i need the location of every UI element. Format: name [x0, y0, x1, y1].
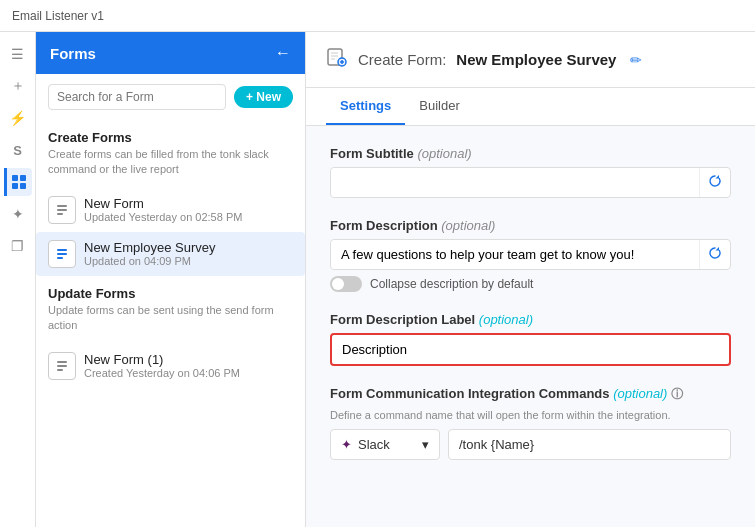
toggle-knob — [332, 278, 344, 290]
update-forms-desc: Update forms can be sent using the send … — [48, 303, 293, 334]
content-title-main: New Employee Survey — [456, 51, 616, 68]
sidebar-title: Forms — [50, 45, 96, 62]
form-description-optional: (optional) — [441, 218, 495, 233]
collapse-toggle[interactable] — [330, 276, 362, 292]
form-item-info-survey: New Employee Survey Updated on 04:09 PM — [84, 240, 293, 267]
tabs-bar: Settings Builder — [306, 88, 755, 126]
create-forms-desc: Create forms can be filled from the tonk… — [48, 147, 293, 178]
sidebar-item-lightning[interactable]: ⚡ — [4, 104, 32, 132]
form-description-field-input[interactable] — [330, 333, 731, 366]
svg-rect-1 — [20, 175, 26, 181]
edit-title-icon[interactable]: ✏ — [630, 52, 642, 68]
form-item-employee-survey[interactable]: New Employee Survey Updated on 04:09 PM — [36, 232, 305, 276]
form-comm-group: Form Communication Integration Commands … — [330, 386, 731, 460]
svg-rect-12 — [57, 369, 63, 371]
sidebar-back-button[interactable]: ← — [275, 44, 291, 62]
subtitle-refresh-icon[interactable] — [699, 168, 730, 197]
form-comm-optional: (optional) — [613, 386, 667, 401]
tab-settings[interactable]: Settings — [326, 88, 405, 125]
form-body: Form Subtitle (optional) Form Descriptio… — [306, 126, 755, 500]
app-title: Email Listener v1 — [12, 9, 104, 23]
form-description-field-group: Form Description Label (optional) — [330, 312, 731, 366]
sidebar-header-actions: ← — [275, 44, 291, 62]
form-item-updated-survey: Updated on 04:09 PM — [84, 255, 293, 267]
create-forms-title: Create Forms — [48, 130, 293, 145]
main-area: ☰ ＋ ⚡ S ✦ ❐ Forms ← + New — [0, 32, 755, 527]
svg-rect-5 — [57, 209, 67, 211]
svg-rect-10 — [57, 361, 67, 363]
form-comm-label: Form Communication Integration Commands … — [330, 386, 731, 403]
form-subtitle-input-wrapper — [330, 167, 731, 198]
form-item-name-update: New Form (1) — [84, 352, 293, 367]
svg-rect-8 — [57, 253, 67, 255]
form-description-label: Form Description (optional) — [330, 218, 731, 233]
app-container: Email Listener v1 ☰ ＋ ⚡ S ✦ ❐ Forms ← — [0, 0, 755, 527]
slack-dropdown-icon: ▾ — [422, 437, 429, 452]
svg-rect-7 — [57, 249, 67, 251]
form-subtitle-optional: (optional) — [417, 146, 471, 161]
form-description-group: Form Description (optional) Collapse — [330, 218, 731, 292]
form-item-info: New Form Updated Yesterday on 02:58 PM — [84, 196, 293, 223]
top-bar: Email Listener v1 — [0, 0, 755, 32]
form-icon-survey — [48, 240, 76, 268]
form-item-info-update: New Form (1) Created Yesterday on 04:06 … — [84, 352, 293, 379]
info-icon[interactable]: ⓘ — [671, 387, 683, 401]
sidebar-header: Forms ← — [36, 32, 305, 74]
svg-rect-4 — [57, 205, 67, 207]
content-title-prefix: Create Form: — [358, 51, 446, 68]
sidebar-search-row: + New — [36, 74, 305, 120]
form-item-name: New Form — [84, 196, 293, 211]
sidebar-item-copy[interactable]: ❐ — [4, 232, 32, 260]
description-refresh-icon[interactable] — [699, 240, 730, 269]
form-item-new-form-1[interactable]: New Form (1) Created Yesterday on 04:06 … — [36, 344, 305, 388]
form-description-input-wrapper — [330, 239, 731, 270]
form-item-name-survey: New Employee Survey — [84, 240, 293, 255]
form-comm-desc: Define a command name that will open the… — [330, 409, 731, 421]
update-forms-section: Update Forms Update forms can be sent us… — [36, 276, 305, 344]
sidebar-item-s[interactable]: S — [4, 136, 32, 164]
update-forms-title: Update Forms — [48, 286, 293, 301]
form-description-field-label: Form Description Label (optional) — [330, 312, 731, 327]
form-description-field-optional: (optional) — [479, 312, 533, 327]
form-item-created-update: Created Yesterday on 04:06 PM — [84, 367, 293, 379]
sidebar-item-add[interactable]: ＋ — [4, 72, 32, 100]
form-item-new-form[interactable]: New Form Updated Yesterday on 02:58 PM — [36, 188, 305, 232]
svg-rect-6 — [57, 213, 63, 215]
collapse-toggle-row: Collapse description by default — [330, 276, 731, 292]
sidebar: Forms ← + New Create Forms Create forms … — [36, 32, 306, 527]
svg-rect-11 — [57, 365, 67, 367]
sidebar-item-forms[interactable] — [4, 168, 32, 196]
tab-builder[interactable]: Builder — [405, 88, 473, 125]
form-subtitle-group: Form Subtitle (optional) — [330, 146, 731, 198]
slack-command-input[interactable] — [448, 429, 731, 460]
new-button[interactable]: + New — [234, 86, 293, 108]
create-forms-section: Create Forms Create forms can be filled … — [36, 120, 305, 188]
integration-row: ✦ Slack ▾ — [330, 429, 731, 460]
svg-rect-9 — [57, 257, 63, 259]
svg-rect-3 — [20, 183, 26, 189]
form-icon — [48, 196, 76, 224]
form-subtitle-input[interactable] — [331, 168, 699, 197]
sidebar-item-menu[interactable]: ☰ — [4, 40, 32, 68]
form-subtitle-label: Form Subtitle (optional) — [330, 146, 731, 161]
slack-label: Slack — [358, 437, 390, 452]
form-header-icon — [326, 46, 348, 73]
icon-bar: ☰ ＋ ⚡ S ✦ ❐ — [0, 32, 36, 527]
svg-rect-2 — [12, 183, 18, 189]
content-header: Create Form: New Employee Survey ✏ — [306, 32, 755, 88]
svg-rect-0 — [12, 175, 18, 181]
slack-select[interactable]: ✦ Slack ▾ — [330, 429, 440, 460]
form-item-updated: Updated Yesterday on 02:58 PM — [84, 211, 293, 223]
search-input[interactable] — [48, 84, 226, 110]
form-icon-update — [48, 352, 76, 380]
form-description-input[interactable] — [331, 240, 699, 269]
sidebar-item-tools[interactable]: ✦ — [4, 200, 32, 228]
main-content: Create Form: New Employee Survey ✏ Setti… — [306, 32, 755, 527]
slack-icon: ✦ — [341, 437, 352, 452]
collapse-description-label: Collapse description by default — [370, 277, 533, 291]
